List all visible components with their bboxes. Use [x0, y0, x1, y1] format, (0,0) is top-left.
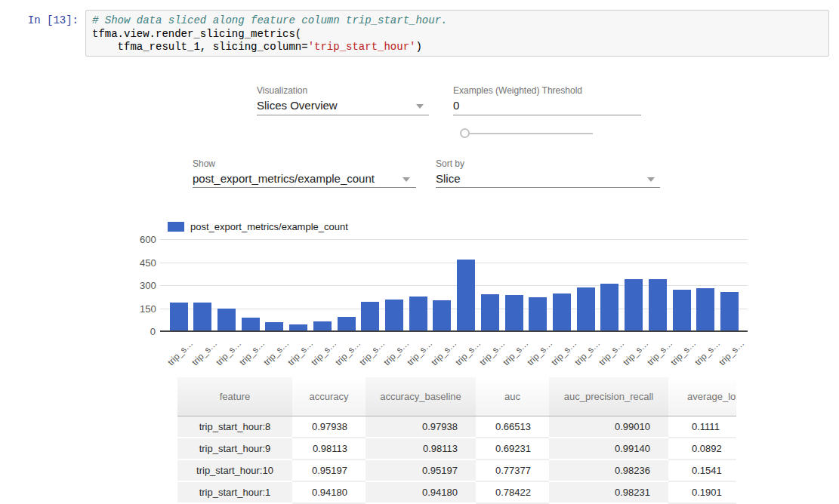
code-line3-close: )	[415, 41, 421, 53]
bar[interactable]	[457, 260, 475, 331]
metrics-table: featureaccuracyaccuracy_baselineaucauc_p…	[177, 377, 736, 504]
input-prompt: In [13]:	[0, 14, 79, 26]
column-header[interactable]: average_los	[668, 377, 736, 416]
threshold-input[interactable]: 0	[453, 99, 459, 112]
bar[interactable]	[673, 290, 691, 331]
bar[interactable]	[385, 300, 403, 331]
bar[interactable]	[577, 287, 595, 331]
metric-cell: 0.95197	[292, 459, 366, 481]
bar[interactable]	[649, 279, 667, 331]
x-tick-label: trip_s…	[549, 338, 578, 367]
x-tick-label: trip_s…	[310, 338, 339, 367]
code-line-comment: # Show data sliced along feature column …	[92, 14, 822, 28]
bar[interactable]	[361, 302, 379, 331]
chevron-down-icon[interactable]	[416, 104, 424, 109]
metric-cell: 0.97938	[366, 416, 476, 438]
metric-cell: 0.94180	[366, 481, 476, 503]
feature-cell: trip_start_hour:1	[177, 481, 292, 503]
y-tick-label: 300	[140, 280, 156, 291]
metric-cell: 0.95197	[366, 459, 476, 481]
bar[interactable]	[600, 284, 618, 331]
x-tick-label: trip_s…	[285, 338, 315, 367]
table-row: trip_start_hour:10.941800.941800.784220.…	[177, 481, 736, 503]
column-header[interactable]: accuracy_baseline	[366, 377, 476, 416]
bar[interactable]	[193, 303, 211, 331]
x-tick-label: trip_s…	[237, 338, 267, 367]
column-header[interactable]: auc_precision_recall	[549, 377, 668, 416]
code-line-2: tfma.view.render_slicing_metrics(	[92, 28, 822, 41]
x-tick-label: trip_s…	[692, 338, 722, 367]
column-header[interactable]: feature	[177, 377, 292, 416]
bar[interactable]	[553, 293, 571, 331]
feature-cell: trip_start_hour:8	[177, 416, 292, 438]
bar[interactable]	[409, 297, 427, 331]
x-tick-label: trip_s…	[190, 338, 219, 367]
x-tick-label: trip_s…	[597, 338, 626, 367]
visualization-dropdown[interactable]: Slices Overview	[257, 99, 338, 112]
visualization-label: Visualization	[257, 85, 307, 96]
chevron-down-icon[interactable]	[403, 177, 410, 182]
x-tick-label: trip_s…	[381, 338, 411, 367]
sort-by-label: Sort by	[436, 158, 464, 169]
table-row: trip_start_hour:90.981130.981130.692310.…	[177, 438, 736, 459]
bar[interactable]	[313, 321, 332, 331]
x-tick-label: trip_s…	[261, 338, 291, 367]
metric-cell: 0.77377	[476, 459, 549, 481]
bar[interactable]	[529, 297, 547, 331]
x-tick-label: trip_s…	[645, 338, 674, 367]
bar[interactable]	[481, 294, 499, 331]
code-cell[interactable]: # Show data sliced along feature column …	[85, 10, 829, 57]
bar[interactable]	[720, 292, 739, 331]
metric-cell: 0.78422	[476, 481, 549, 503]
x-tick-label: trip_s…	[333, 338, 362, 367]
x-tick-label: trip_s…	[453, 338, 483, 367]
bar[interactable]	[338, 317, 356, 331]
threshold-label: Examples (Weighted) Threshold	[453, 85, 582, 96]
code-line3-pre: tfma_result_1, slicing_column=	[92, 41, 308, 53]
table-header-row: featureaccuracyaccuracy_baselineaucauc_p…	[177, 377, 736, 416]
table-row: trip_start_hour:100.951970.951970.773770…	[177, 459, 736, 481]
x-tick-label: trip_s…	[165, 338, 195, 367]
metric-cell: 0.0892	[668, 438, 736, 459]
bar[interactable]	[696, 288, 714, 331]
metric-cell: 0.1901	[668, 481, 736, 503]
metric-cell: 0.94180	[292, 481, 366, 503]
column-header[interactable]: auc	[476, 377, 549, 416]
column-header[interactable]: accuracy	[292, 377, 366, 416]
metric-cell: 0.98231	[549, 481, 668, 503]
x-tick-label: trip_s…	[501, 338, 530, 367]
legend-label: post_export_metrics/example_count	[190, 221, 348, 232]
sort-by-dropdown[interactable]: Slice	[436, 172, 461, 185]
x-tick-label: trip_s…	[429, 338, 458, 367]
threshold-slider-track[interactable]	[465, 133, 593, 134]
metric-cell: 0.69231	[476, 438, 549, 459]
x-tick-label: trip_s…	[214, 338, 243, 367]
bar[interactable]	[625, 279, 643, 331]
code-line-3: tfma_result_1, slicing_column='trip_star…	[92, 41, 822, 54]
metrics-table-container: featureaccuracyaccuracy_baselineaucauc_p…	[177, 377, 736, 504]
code-line3-string: 'trip_start_hour'	[308, 41, 416, 53]
threshold-slider-knob[interactable]	[460, 128, 470, 138]
y-tick-label: 600	[140, 234, 156, 245]
chevron-down-icon[interactable]	[647, 177, 655, 182]
bar[interactable]	[505, 295, 523, 331]
notebook-page: In [13]: # Show data sliced along featur…	[0, 0, 839, 504]
x-tick-label: trip_s…	[405, 338, 434, 367]
gridline	[160, 263, 748, 263]
show-dropdown[interactable]: post_export_metrics/example_count	[193, 172, 375, 185]
metric-cell: 0.98113	[292, 438, 366, 459]
x-axis-baseline	[160, 330, 748, 332]
bar[interactable]	[433, 300, 451, 331]
metric-cell: 0.66513	[476, 416, 549, 438]
metric-cell: 0.99140	[549, 438, 668, 459]
x-tick-label: trip_s…	[357, 338, 387, 367]
gridline	[160, 239, 748, 240]
metric-cell: 0.98113	[366, 438, 476, 459]
visualization-underline	[257, 115, 429, 115]
bar[interactable]	[170, 303, 188, 331]
code-comment: # Show data sliced along feature column …	[92, 14, 447, 26]
sort-by-underline	[436, 187, 660, 188]
bar[interactable]	[242, 318, 260, 331]
y-tick-label: 450	[140, 257, 156, 269]
bar[interactable]	[217, 309, 236, 332]
